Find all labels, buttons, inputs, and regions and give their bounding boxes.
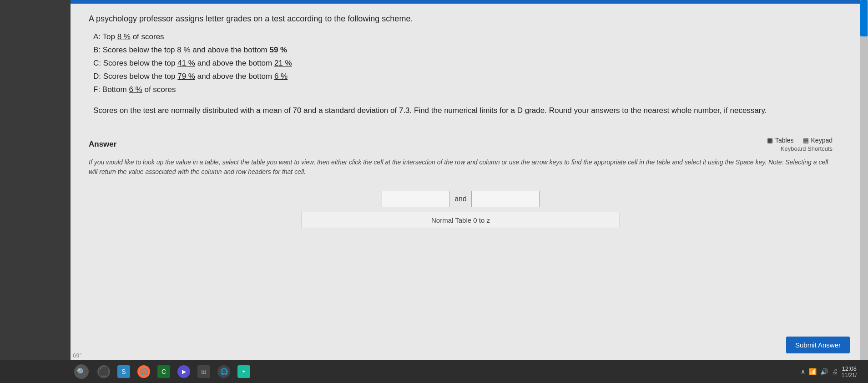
taskbar-icon-7[interactable]: 🌐 <box>215 362 233 381</box>
grade-a-value: 8 % <box>117 32 131 41</box>
taskbar-app-1: ⬛ <box>97 365 110 378</box>
answer-input-2[interactable] <box>471 191 540 207</box>
grade-b-bottom-value: 59 % <box>269 46 287 54</box>
problem-statement: Scores on the test are normally distribu… <box>93 104 833 117</box>
input-row: and <box>89 191 833 207</box>
main-content: Correct A psychology professor assigns l… <box>71 0 868 383</box>
speaker-icon: 🖨 <box>832 368 838 375</box>
grade-d-line: D: Scores below the top 79 % and above t… <box>93 70 833 83</box>
taskbar-app-6: ⊞ <box>197 365 210 378</box>
taskbar-right: ∧ 📶 🔊 🖨 12:08 11/21/ <box>801 365 866 378</box>
tables-tool[interactable]: ▦ Tables <box>767 137 793 144</box>
answer-header: Answer ▦ Tables ▤ Keypad Keyboard Shortc… <box>89 137 833 152</box>
left-sidebar <box>0 0 71 383</box>
keypad-icon: ▤ <box>803 137 809 144</box>
submit-answer-button[interactable]: Submit Answer <box>786 337 850 353</box>
mean-value: 70 <box>293 106 301 115</box>
system-tray-icons: ∧ <box>801 368 805 375</box>
taskbar-search[interactable]: 🔍 <box>70 362 93 381</box>
scrollbar-thumb[interactable] <box>860 0 868 36</box>
tools-row: ▦ Tables ▤ Keypad <box>767 137 833 144</box>
taskbar-icon-3[interactable]: 🌐 <box>135 362 153 381</box>
keypad-label: Keypad <box>811 137 833 144</box>
keypad-tool[interactable]: ▤ Keypad <box>803 137 833 144</box>
grade-f-value: 6 % <box>129 85 142 94</box>
taskbar-icon-6[interactable]: ⊞ <box>195 362 213 381</box>
answer-input-1[interactable] <box>382 191 450 207</box>
taskbar-app-2: S <box>117 365 130 378</box>
volume-icon: 🔊 <box>820 368 828 375</box>
network-icon: 📶 <box>809 368 817 375</box>
temperature-indicator: 69° <box>73 352 82 359</box>
normal-table-label: Normal Table 0 to z <box>431 216 490 224</box>
taskbar-icon-8[interactable]: + <box>235 362 253 381</box>
taskbar-icon-1[interactable]: ⬛ <box>95 362 113 381</box>
grade-a-text: A: Top 8 % of scores <box>93 32 164 41</box>
grade-b-prefix: B: Scores below the top 8 % and above th… <box>93 46 287 54</box>
taskbar-icon-4[interactable]: C <box>155 362 173 381</box>
grade-c-top-value: 41 % <box>177 59 195 67</box>
temp-value: 69° <box>73 352 82 359</box>
and-label: and <box>454 195 467 203</box>
date-display: 11/21/ <box>842 372 857 378</box>
taskbar-app-5: ▶ <box>177 365 190 378</box>
taskbar-app-8: + <box>237 365 250 378</box>
keyboard-shortcuts[interactable]: Keyboard Shortcuts <box>781 145 833 152</box>
question-intro: A psychology professor assigns letter gr… <box>89 13 833 25</box>
taskbar-app-3: 🌐 <box>137 365 150 378</box>
tools-right: ▦ Tables ▤ Keypad Keyboard Shortcuts <box>767 137 833 152</box>
taskbar-icon-5[interactable]: ▶ <box>175 362 193 381</box>
taskbar-icon-2[interactable]: S <box>115 362 133 381</box>
grade-c-prefix: C: Scores below the top 41 % and above t… <box>93 59 292 67</box>
scrollbar[interactable] <box>860 0 868 383</box>
grade-d-prefix: D: Scores below the top 79 % and above t… <box>93 72 288 81</box>
taskbar-app-7: 🌐 <box>217 365 230 378</box>
grade-d-top-value: 79 % <box>177 72 195 81</box>
std-dev-value: 7.3 <box>399 106 410 115</box>
top-bar <box>71 0 860 4</box>
taskbar: 🔍 ⬛ S 🌐 C ▶ ⊞ 🌐 <box>0 360 868 383</box>
tables-icon: ▦ <box>767 137 773 144</box>
grade-a-line: A: Top 8 % of scores <box>93 31 833 44</box>
grade-f-text: F: Bottom 6 % of scores <box>93 85 176 94</box>
normal-table-bar[interactable]: Normal Table 0 to z <box>302 212 620 228</box>
taskbar-start-area <box>2 362 68 381</box>
content-area: A psychology professor assigns letter gr… <box>71 4 860 360</box>
grade-c-bottom-value: 21 % <box>274 59 292 67</box>
grade-d-bottom-value: 6 % <box>274 72 288 81</box>
search-icon: 🔍 <box>74 364 89 379</box>
time-display: 12:08 <box>842 365 857 372</box>
tables-label: Tables <box>775 137 793 144</box>
answer-section: Answer ▦ Tables ▤ Keypad Keyboard Shortc… <box>89 131 833 228</box>
grade-b-top-value: 8 % <box>177 46 190 54</box>
answer-label: Answer <box>89 140 116 149</box>
taskbar-app-4: C <box>157 365 170 378</box>
grade-b-line: B: Scores below the top 8 % and above th… <box>93 44 833 57</box>
grade-f-line: F: Bottom 6 % of scores <box>93 83 833 97</box>
clock[interactable]: 12:08 11/21/ <box>842 365 857 378</box>
grade-c-line: C: Scores below the top 41 % and above t… <box>93 57 833 70</box>
info-text: If you would like to look up the value i… <box>89 158 833 177</box>
